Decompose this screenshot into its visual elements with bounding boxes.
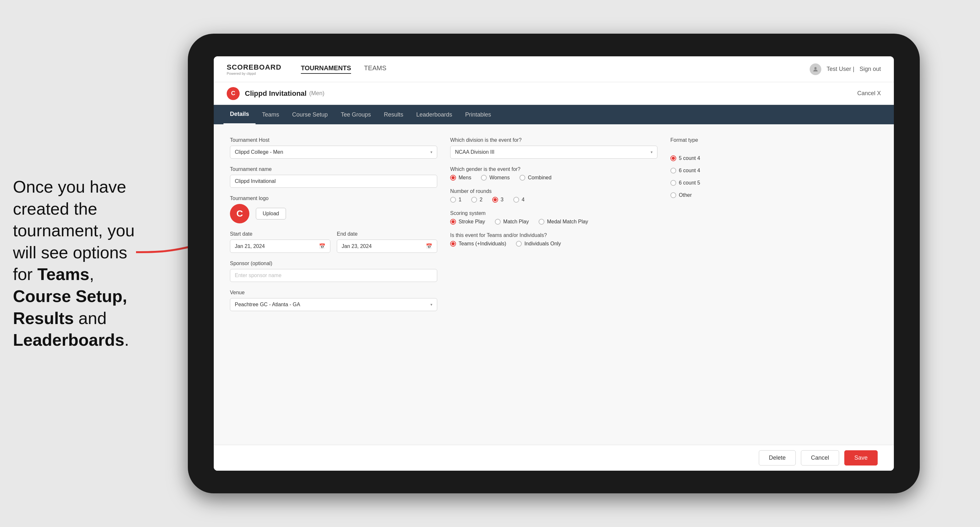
rounds-label: Number of rounds bbox=[450, 188, 657, 194]
division-value: NCAA Division III bbox=[455, 149, 495, 155]
host-input[interactable]: Clippd College - Men ▾ bbox=[230, 146, 437, 159]
date-row: Start date Jan 21, 2024 📅 End date Jan 2… bbox=[230, 231, 437, 253]
name-label: Tournament name bbox=[230, 167, 437, 172]
division-input[interactable]: NCAA Division III ▾ bbox=[450, 146, 657, 159]
rounds-1-radio[interactable] bbox=[450, 197, 456, 203]
individuals-only-radio[interactable] bbox=[516, 241, 522, 247]
rounds-2-radio[interactable] bbox=[471, 197, 477, 203]
gender-combined-radio[interactable] bbox=[519, 175, 525, 181]
sponsor-label: Sponsor (optional) bbox=[230, 260, 437, 267]
scoring-match-radio[interactable] bbox=[495, 219, 501, 225]
teams-plus-radio[interactable] bbox=[450, 241, 456, 247]
upload-button[interactable]: Upload bbox=[256, 208, 286, 219]
tablet-device: SCOREBOARD Powered by clippd TOURNAMENTS… bbox=[188, 34, 920, 493]
format-group: Format type 5 count 4 6 count 4 bbox=[670, 137, 878, 198]
logo-preview-icon: C bbox=[230, 204, 249, 223]
host-label: Tournament Host bbox=[230, 137, 437, 143]
tournament-icon: C bbox=[227, 87, 240, 100]
tab-bar: Details Teams Course Setup Tee Groups Re… bbox=[214, 105, 894, 124]
start-date-group: Start date Jan 21, 2024 📅 bbox=[230, 231, 330, 253]
cancel-button[interactable]: Cancel bbox=[801, 450, 839, 465]
rounds-4-option[interactable]: 4 bbox=[513, 197, 525, 203]
gender-label: Which gender is the event for? bbox=[450, 167, 657, 172]
format-other-option[interactable]: Other bbox=[670, 192, 871, 198]
scoring-medal-radio[interactable] bbox=[539, 219, 544, 225]
delete-button[interactable]: Delete bbox=[759, 450, 796, 465]
gender-radio-row: Mens Womens Combined bbox=[450, 175, 657, 181]
format-6count5-option[interactable]: 6 count 5 bbox=[670, 180, 871, 186]
gender-combined-label: Combined bbox=[528, 175, 552, 181]
individuals-only-option[interactable]: Individuals Only bbox=[516, 241, 561, 247]
tournament-gender: (Men) bbox=[309, 90, 325, 97]
gender-mens-label: Mens bbox=[458, 175, 471, 181]
instruction-text: Once you have created the tournament, yo… bbox=[0, 163, 149, 364]
scoring-stroke-radio[interactable] bbox=[450, 219, 456, 225]
scoring-medal-option[interactable]: Medal Match Play bbox=[539, 219, 588, 225]
format-6count4-option[interactable]: 6 count 4 bbox=[670, 168, 871, 173]
end-date-input[interactable]: Jan 23, 2024 📅 bbox=[337, 240, 437, 253]
nav-tournaments[interactable]: TOURNAMENTS bbox=[301, 64, 351, 74]
save-button[interactable]: Save bbox=[844, 450, 878, 465]
top-nav: SCOREBOARD Powered by clippd TOURNAMENTS… bbox=[214, 56, 894, 82]
sponsor-group: Sponsor (optional) Enter sponsor name bbox=[230, 260, 437, 282]
rounds-2-label: 2 bbox=[480, 197, 482, 203]
format-6count4-label: 6 count 4 bbox=[679, 168, 700, 173]
format-other-label: Other bbox=[679, 192, 692, 198]
format-6count5-radio[interactable] bbox=[670, 180, 676, 186]
tab-details[interactable]: Details bbox=[223, 105, 256, 124]
teams-plus-label: Teams (+Individuals) bbox=[458, 241, 506, 247]
tab-results[interactable]: Results bbox=[377, 105, 410, 124]
venue-input[interactable]: Peachtree GC - Atlanta - GA ▾ bbox=[230, 298, 437, 311]
sign-out-link[interactable]: Sign out bbox=[859, 66, 881, 73]
tab-tee-groups[interactable]: Tee Groups bbox=[334, 105, 377, 124]
venue-value: Peachtree GC - Atlanta - GA bbox=[235, 302, 300, 308]
sponsor-input[interactable]: Enter sponsor name bbox=[230, 269, 437, 282]
nav-teams[interactable]: TEAMS bbox=[364, 64, 387, 74]
gender-mens-radio[interactable] bbox=[450, 175, 456, 181]
rounds-2-option[interactable]: 2 bbox=[471, 197, 482, 203]
cancel-x-button[interactable]: Cancel X bbox=[857, 90, 881, 97]
format-other-radio[interactable] bbox=[670, 192, 676, 198]
gender-womens-radio[interactable] bbox=[481, 175, 487, 181]
tab-printables[interactable]: Printables bbox=[458, 105, 498, 124]
tab-teams[interactable]: Teams bbox=[256, 105, 286, 124]
gender-womens-option[interactable]: Womens bbox=[481, 175, 510, 181]
format-6count5-label: 6 count 5 bbox=[679, 180, 700, 186]
rounds-1-label: 1 bbox=[458, 197, 461, 203]
scoring-group: Scoring system Stroke Play Match Play bbox=[450, 210, 657, 225]
user-avatar bbox=[810, 63, 821, 75]
rounds-3-option[interactable]: 3 bbox=[492, 197, 504, 203]
scoring-stroke-option[interactable]: Stroke Play bbox=[450, 219, 485, 225]
rounds-radio-row: 1 2 3 4 bbox=[450, 197, 657, 203]
start-date-value: Jan 21, 2024 bbox=[235, 243, 265, 249]
teams-label: Is this event for Teams and/or Individua… bbox=[450, 232, 657, 238]
start-label: Start date bbox=[230, 231, 330, 237]
scoring-label: Scoring system bbox=[450, 210, 657, 216]
form-col-1: Tournament Host Clippd College - Men ▾ T… bbox=[230, 137, 437, 432]
user-name: Test User | bbox=[826, 66, 854, 73]
name-input[interactable]: Clippd Invitational bbox=[230, 175, 437, 188]
rounds-3-radio[interactable] bbox=[492, 197, 498, 203]
tournament-name: Clippd Invitational bbox=[245, 89, 307, 98]
scoring-match-option[interactable]: Match Play bbox=[495, 219, 529, 225]
gender-combined-option[interactable]: Combined bbox=[519, 175, 552, 181]
venue-arrow-icon: ▾ bbox=[430, 302, 432, 307]
end-date-group: End date Jan 23, 2024 📅 bbox=[337, 231, 437, 253]
footer-bar: Delete Cancel Save bbox=[214, 445, 894, 471]
teams-plus-option[interactable]: Teams (+Individuals) bbox=[450, 241, 506, 247]
host-value: Clippd College - Men bbox=[235, 149, 283, 155]
gender-mens-option[interactable]: Mens bbox=[450, 175, 471, 181]
start-date-input[interactable]: Jan 21, 2024 📅 bbox=[230, 240, 330, 253]
tab-leaderboards[interactable]: Leaderboards bbox=[410, 105, 458, 124]
division-arrow-icon: ▾ bbox=[651, 150, 652, 154]
format-5count4-option[interactable]: 5 count 4 bbox=[670, 156, 871, 161]
tab-course-setup[interactable]: Course Setup bbox=[286, 105, 334, 124]
instruction-line: Once you have created the tournament, yo… bbox=[13, 178, 135, 349]
gender-group: Which gender is the event for? Mens Wome… bbox=[450, 167, 657, 181]
rounds-1-option[interactable]: 1 bbox=[450, 197, 461, 203]
rounds-4-radio[interactable] bbox=[513, 197, 519, 203]
name-group: Tournament name Clippd Invitational bbox=[230, 167, 437, 188]
rounds-3-label: 3 bbox=[501, 197, 504, 203]
format-5count4-radio[interactable] bbox=[670, 156, 676, 161]
format-6count4-radio[interactable] bbox=[670, 168, 676, 173]
